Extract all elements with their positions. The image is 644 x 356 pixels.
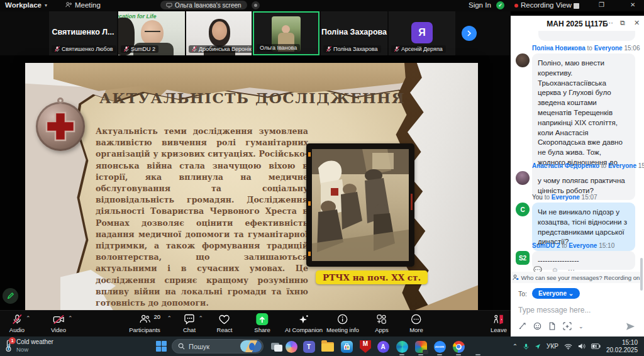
leave-button[interactable]: Leave — [491, 313, 507, 333]
weather-widget[interactable]: 1 Cold weather Now — [4, 338, 53, 353]
chat-scrollbar[interactable] — [640, 258, 643, 291]
pop-out-icon[interactable]: ⧉ — [620, 19, 625, 27]
glasses — [145, 31, 160, 35]
running-app-indicator — [418, 354, 423, 355]
search-placeholder: Пошук — [189, 343, 236, 350]
share-control-icon[interactable] — [252, 1, 260, 9]
participant-name-text: Поліна Захарова — [321, 28, 387, 36]
participants-button[interactable]: 20 ⌃ Participants — [129, 313, 160, 333]
historic-photo — [306, 143, 414, 267]
emoji-icon[interactable] — [533, 322, 541, 330]
avatar[interactable] — [516, 53, 530, 67]
view-button[interactable]: View — [556, 1, 572, 9]
react-button[interactable]: React — [217, 313, 233, 333]
microsoft-store-icon[interactable] — [340, 340, 353, 353]
battery-icon[interactable] — [591, 343, 601, 349]
attach-file-icon[interactable] — [548, 322, 556, 330]
mcafee-icon[interactable]: M — [358, 340, 372, 353]
close-chat-icon[interactable]: ✕ — [634, 19, 640, 27]
avatar[interactable]: C — [516, 203, 530, 216]
zoom-meeting-window: Workplace ▾ Meeting Ольга Іванова's scre… — [0, 0, 644, 356]
workspace-menu[interactable]: Workplace — [5, 1, 42, 9]
photo-caption: РТЧХ на поч. XX ст. — [316, 270, 428, 284]
recipient-row: To: Everyone ⌄ — [518, 288, 580, 299]
apps-button[interactable]: Apps — [375, 313, 389, 333]
chevron-up-icon[interactable]: ⌃ — [68, 315, 73, 321]
chevron-up-icon[interactable]: ⌃ — [167, 315, 172, 321]
name-label: Святишенко Любов — [52, 45, 116, 53]
chevron-down-icon[interactable]: ⌄ — [579, 323, 584, 330]
weather-title: Cold weather — [16, 338, 53, 346]
to-label: To: — [518, 290, 527, 298]
task-view-icon[interactable] — [269, 340, 283, 353]
more-button[interactable]: More — [409, 313, 423, 333]
message-meta: You to Everyone 15:07 — [532, 194, 635, 201]
video-button[interactable]: ⌃ Video — [51, 313, 66, 333]
clock[interactable]: 15:10 20.02.2025 — [606, 339, 638, 354]
chat-more-icon[interactable]: ⋯ — [606, 19, 613, 27]
avatar[interactable]: S2 — [516, 251, 530, 265]
next-participants-button[interactable] — [462, 26, 477, 41]
mic-muted-icon — [12, 314, 23, 325]
heart-icon — [219, 314, 230, 325]
name-label: Дробинська Вероніка — [189, 45, 252, 53]
chevron-up-icon[interactable]: ⌃ — [198, 315, 203, 321]
mic-in-use-icon[interactable] — [523, 343, 529, 350]
info-icon — [337, 314, 348, 325]
chrome-icon[interactable] — [452, 340, 465, 353]
sign-in-button[interactable]: Sign In — [469, 1, 491, 9]
audio-button[interactable]: ⌃ Audio — [9, 313, 25, 333]
send-button[interactable] — [626, 322, 635, 333]
annotate-button[interactable] — [3, 288, 18, 304]
message-input[interactable]: Type message here... — [518, 306, 591, 314]
tab-meeting[interactable]: Meeting — [75, 1, 101, 9]
location-in-use-icon[interactable] — [535, 343, 541, 350]
partial-message-bubble — [538, 31, 635, 41]
video-tile-deriapa[interactable]: Я Арсеній Деряпа — [389, 11, 455, 55]
video-tile-sviatyshenko[interactable]: Святишенко Л... Святишенко Любов — [49, 11, 117, 55]
a-app-icon[interactable]: A — [376, 340, 390, 353]
search-highlight-image — [240, 340, 262, 352]
sparkle-icon — [298, 314, 309, 325]
file-explorer-icon[interactable] — [321, 340, 335, 353]
share-button[interactable]: Share — [254, 313, 270, 333]
name-label: SumDU 2 — [121, 45, 158, 53]
view-layout-icon — [574, 3, 579, 10]
avatar[interactable] — [516, 171, 530, 185]
browser-swirl-icon[interactable] — [395, 340, 409, 353]
taskbar-search[interactable]: Пошук — [172, 339, 264, 353]
shared-screen-indicator[interactable]: Ольга Іванова's screen — [160, 1, 247, 9]
keyboard-language[interactable]: УКР — [547, 343, 558, 350]
participants-icon — [139, 314, 150, 325]
meeting-toolbar: ⌃ Audio ⌃ Video 20 ⌃ Participants ⌃ — [0, 310, 511, 337]
camera-off-icon — [52, 314, 64, 325]
chat-button[interactable]: ⌃ Chat — [183, 313, 196, 333]
restore-window-icon[interactable]: ❐ — [599, 1, 604, 8]
photos-icon[interactable] — [414, 340, 428, 353]
recording-indicator[interactable]: Recording — [521, 1, 553, 9]
recipient-selector[interactable]: Everyone ⌄ — [532, 288, 580, 299]
ai-companion-button[interactable]: AI Companion — [285, 313, 323, 333]
privacy-notice: Who can see your messages? Recording on — [511, 272, 641, 283]
meeting-info-button[interactable]: Meeting info — [326, 313, 359, 333]
video-tile-ivanova-active[interactable]: Ольга Іванова — [253, 11, 319, 55]
zoom-app-icon[interactable]: zoom — [433, 340, 447, 353]
hidden-icons-chevron[interactable]: ⌃ — [513, 343, 518, 350]
chevron-up-icon[interactable]: ⌃ — [26, 315, 31, 321]
volume-icon[interactable] — [578, 343, 586, 350]
start-button[interactable] — [156, 341, 167, 352]
photo-image — [312, 149, 409, 261]
format-text-icon[interactable] — [518, 322, 526, 330]
screenshot-icon[interactable] — [563, 322, 572, 330]
close-window-icon[interactable]: ✕ — [630, 1, 635, 8]
copilot-icon[interactable] — [284, 340, 298, 353]
shared-screen-area: АКТУАЛЬНІСТЬ ДОСЛІДЖЕННЯ Актуальність те… — [0, 55, 511, 310]
mic-muted-icon — [192, 46, 197, 52]
video-tile-zakharova[interactable]: Поліна Захарова Поліна Захарова — [321, 11, 387, 55]
tray-date: 20.02.2025 — [606, 347, 638, 353]
teams-icon[interactable]: T — [302, 340, 316, 353]
video-tile-sumdu2[interactable]: Education for Life SumDU 2 — [118, 11, 185, 55]
chat-message: Поліна Новикова to Everyone 15:06 Поліно… — [532, 45, 635, 182]
video-tile-drobynska[interactable]: Дробинська Вероніка — [186, 11, 252, 55]
wifi-icon[interactable] — [564, 343, 572, 350]
